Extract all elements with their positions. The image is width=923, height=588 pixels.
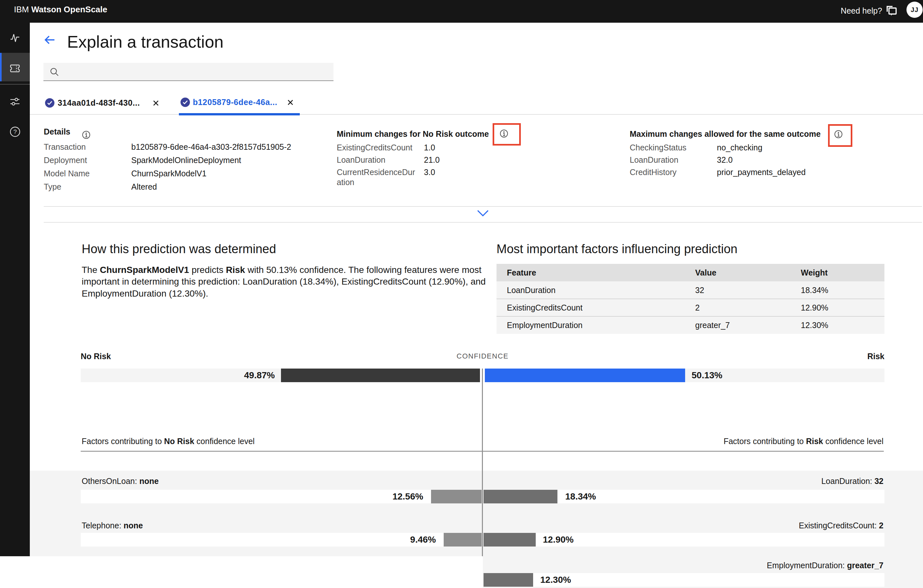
svg-text:?: ? — [13, 128, 17, 135]
